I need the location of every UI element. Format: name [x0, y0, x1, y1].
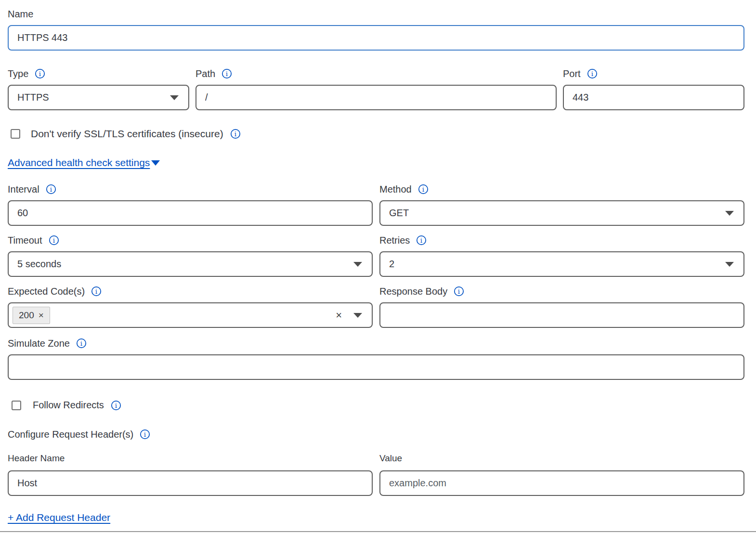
- timeout-field-group: Timeout i 5 seconds: [8, 234, 373, 277]
- simulate-zone-input[interactable]: [8, 354, 744, 380]
- header-name-label: Header Name: [8, 453, 373, 465]
- chevron-down-icon[interactable]: [151, 160, 160, 166]
- info-icon[interactable]: i: [49, 235, 59, 246]
- clear-icon[interactable]: ×: [336, 310, 342, 321]
- type-select-value: HTTPS: [17, 92, 49, 103]
- response-body-label: Response Body: [379, 285, 447, 298]
- info-icon[interactable]: i: [76, 338, 87, 349]
- info-icon[interactable]: i: [454, 286, 464, 297]
- dont-verify-ssl-label: Don't verify SSL/TLS certificates (insec…: [31, 128, 223, 140]
- name-input[interactable]: [8, 25, 744, 51]
- info-icon[interactable]: i: [222, 68, 232, 79]
- header-name-input[interactable]: [8, 470, 373, 496]
- chevron-down-icon: [170, 95, 179, 100]
- info-icon[interactable]: i: [230, 129, 241, 139]
- method-select-value: GET: [389, 208, 409, 219]
- svg-text:i: i: [420, 236, 423, 244]
- dont-verify-ssl-checkbox[interactable]: [11, 129, 20, 139]
- timeout-select-value: 5 seconds: [17, 259, 61, 270]
- configure-request-headers-heading: Configure Request Header(s): [8, 429, 133, 440]
- chevron-down-icon: [353, 262, 362, 267]
- retries-label: Retries: [379, 234, 410, 247]
- expected-code-tag-label: 200: [19, 310, 34, 321]
- simulate-zone-field-group: Simulate Zone i: [8, 337, 744, 380]
- port-label: Port: [563, 67, 581, 80]
- retries-select[interactable]: 2: [379, 251, 744, 277]
- svg-text:i: i: [39, 70, 41, 78]
- expected-code-tag: 200 ×: [13, 307, 50, 324]
- info-icon[interactable]: i: [416, 235, 427, 246]
- header-name-field-group: Header Name: [8, 453, 373, 496]
- info-icon[interactable]: i: [140, 429, 150, 440]
- svg-text:i: i: [95, 287, 98, 295]
- svg-text:i: i: [422, 185, 425, 193]
- svg-text:i: i: [50, 185, 52, 193]
- add-request-header-link[interactable]: + Add Request Header: [8, 512, 110, 523]
- svg-text:i: i: [234, 130, 236, 138]
- port-field-group: Port i: [563, 67, 744, 110]
- simulate-zone-label: Simulate Zone: [8, 337, 70, 350]
- method-field-group: Method i GET: [379, 183, 744, 226]
- path-label: Path: [196, 67, 215, 80]
- svg-text:i: i: [226, 70, 228, 78]
- remove-tag-icon[interactable]: ×: [39, 311, 44, 320]
- svg-text:i: i: [458, 287, 460, 295]
- path-field-group: Path i: [196, 67, 557, 110]
- info-icon[interactable]: i: [46, 184, 56, 195]
- info-icon[interactable]: i: [35, 68, 45, 79]
- expected-codes-field-group: Expected Code(s) i 200 × ×: [8, 285, 373, 328]
- info-icon[interactable]: i: [587, 68, 598, 79]
- svg-text:i: i: [591, 70, 594, 78]
- header-value-input[interactable]: [379, 470, 744, 496]
- interval-label: Interval: [8, 183, 39, 195]
- response-body-field-group: Response Body i: [379, 285, 744, 328]
- section-divider: [0, 531, 756, 532]
- path-input[interactable]: [196, 85, 557, 110]
- expected-codes-multiselect[interactable]: 200 × ×: [8, 302, 373, 328]
- health-check-form: Name Type i HTTPS Path: [0, 0, 756, 533]
- chevron-down-icon: [725, 211, 734, 216]
- type-select[interactable]: HTTPS: [8, 85, 189, 110]
- chevron-down-icon: [353, 313, 362, 318]
- interval-input[interactable]: [8, 200, 373, 226]
- method-label: Method: [379, 183, 412, 195]
- info-icon[interactable]: i: [418, 184, 429, 195]
- svg-text:i: i: [144, 430, 146, 438]
- follow-redirects-checkbox[interactable]: [12, 401, 21, 410]
- interval-field-group: Interval i: [8, 183, 373, 226]
- response-body-input[interactable]: [379, 302, 744, 328]
- type-label: Type: [8, 67, 28, 80]
- header-value-field-group: Value: [379, 453, 744, 496]
- follow-redirects-label: Follow Redirects: [33, 400, 104, 411]
- retries-select-value: 2: [389, 259, 394, 270]
- svg-text:i: i: [80, 339, 83, 347]
- timeout-select[interactable]: 5 seconds: [8, 251, 373, 277]
- chevron-down-icon: [725, 262, 734, 267]
- timeout-label: Timeout: [8, 234, 42, 247]
- expected-codes-label: Expected Code(s): [8, 285, 85, 298]
- advanced-settings-link[interactable]: Advanced health check settings: [8, 157, 150, 169]
- method-select[interactable]: GET: [379, 200, 744, 226]
- header-value-label: Value: [379, 453, 744, 465]
- svg-text:i: i: [115, 401, 117, 409]
- name-label: Name: [8, 8, 33, 20]
- svg-text:i: i: [52, 236, 55, 244]
- info-icon[interactable]: i: [91, 286, 102, 297]
- retries-field-group: Retries i 2: [379, 234, 744, 277]
- info-icon[interactable]: i: [111, 400, 121, 411]
- type-field-group: Type i HTTPS: [8, 67, 189, 110]
- port-input[interactable]: [563, 85, 744, 110]
